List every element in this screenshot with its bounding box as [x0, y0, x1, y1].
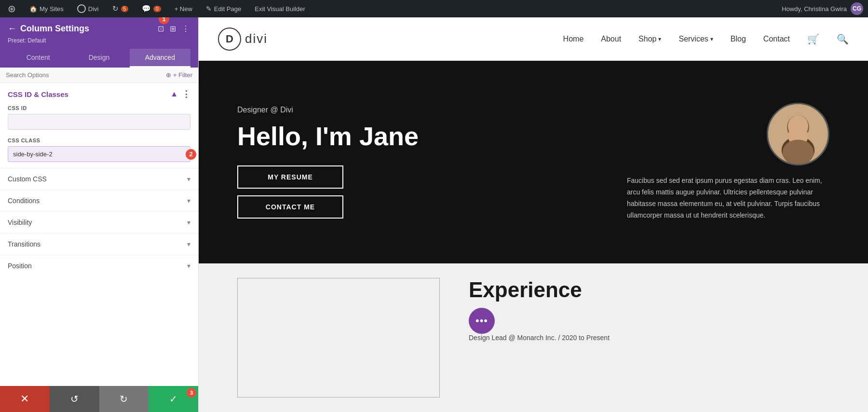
hero-left: Designer @ Divi Hello, I'm Jane MY RESUM…	[237, 106, 598, 218]
tab-content[interactable]: Content	[8, 49, 68, 68]
reset-button[interactable]: ↺	[50, 386, 99, 412]
my-sites-button[interactable]: 🏠 My Sites	[27, 0, 67, 17]
updates-badge: 5	[121, 6, 129, 12]
updates-button[interactable]: ↻ 5	[109, 0, 132, 17]
css-id-input[interactable]	[8, 114, 190, 130]
visibility-section: Visibility ▾	[0, 211, 198, 233]
position-section: Position ▾	[0, 255, 198, 276]
logo-d: D	[226, 33, 233, 45]
hero-buttons: MY RESUME CONTACT ME	[237, 165, 343, 219]
minimize-icon[interactable]: ⊡	[157, 23, 165, 34]
filter-button[interactable]: ⊕ + Filter	[166, 71, 192, 79]
admin-user-info: Howdy, Christina Gwira CG	[782, 2, 863, 15]
save-button[interactable]: ✓ 3	[149, 386, 198, 412]
site-logo: D divi	[218, 27, 268, 51]
redo-button[interactable]: ↻	[99, 386, 149, 412]
experience-title: Experience	[469, 278, 829, 302]
badge-3: 3	[187, 388, 196, 398]
section-menu-icon[interactable]: ⋮	[182, 89, 190, 99]
website-preview: D divi Home About Shop Services Blog Con…	[199, 17, 868, 412]
logo-circle: D	[218, 27, 241, 51]
edit-page-button[interactable]: ✎ Edit Page	[203, 0, 244, 17]
resume-button[interactable]: MY RESUME	[237, 165, 343, 189]
transitions-section: Transitions ▾	[0, 233, 198, 255]
css-id-classes-section-header: CSS ID & Classes ▲ ⋮	[0, 83, 198, 103]
preset-label: Preset: Default	[8, 37, 190, 44]
reset-icon: ↺	[70, 393, 79, 405]
house-icon: 🏠	[29, 5, 37, 13]
transitions-header[interactable]: Transitions ▾	[8, 233, 190, 255]
user-avatar[interactable]: CG	[851, 2, 863, 15]
position-title: Position	[8, 262, 32, 270]
custom-css-header[interactable]: Custom CSS ▾	[8, 168, 190, 190]
section-collapse-icon[interactable]: ▲	[170, 90, 178, 98]
custom-css-title: Custom CSS	[8, 175, 47, 183]
menu-about[interactable]: About	[601, 35, 621, 43]
css-class-label: CSS Class	[8, 137, 190, 143]
transitions-title: Transitions	[8, 240, 41, 248]
edit-icon: ✎	[206, 5, 212, 13]
menu-contact[interactable]: Contact	[763, 35, 790, 43]
conditions-section: Conditions ▾	[0, 190, 198, 211]
css-id-classes-title: CSS ID & Classes	[8, 90, 68, 98]
badge-2: 2	[186, 149, 196, 160]
new-button[interactable]: + New	[172, 0, 195, 17]
menu-shop[interactable]: Shop	[638, 35, 661, 43]
search-filter-bar: ⊕ + Filter	[0, 68, 198, 83]
panel-header: 1 ← Column Settings ⊡ ⊞ ⋮ Preset: Defaul…	[0, 17, 198, 68]
search-input[interactable]	[6, 71, 162, 79]
menu-blog[interactable]: Blog	[731, 35, 746, 43]
cart-icon[interactable]: 🛒	[807, 33, 819, 45]
comments-badge: 0	[153, 6, 161, 12]
transitions-chevron-icon: ▾	[187, 240, 190, 248]
more-options-icon[interactable]: ⋮	[181, 23, 190, 34]
comments-button[interactable]: 💬 0	[139, 0, 164, 17]
custom-css-chevron-icon: ▾	[187, 175, 190, 183]
experience-subtitle: Design Lead @ Monarch Inc. / 2020 to Pre…	[469, 334, 829, 342]
filter-icon: ⊕	[166, 71, 171, 79]
divi-button[interactable]: Divi	[74, 0, 102, 17]
hero-right: Faucibus sed sed erat ipsum purus egesta…	[598, 103, 829, 221]
wp-logo-button[interactable]: ⊛	[5, 0, 19, 17]
hero-subtitle: Designer @ Divi	[237, 106, 598, 114]
conditions-chevron-icon: ▾	[187, 197, 190, 205]
visibility-chevron-icon: ▾	[187, 219, 190, 226]
hero-section: Designer @ Divi Hello, I'm Jane MY RESUM…	[199, 61, 868, 263]
conditions-header[interactable]: Conditions ▾	[8, 190, 190, 211]
wp-icon: ⊛	[8, 3, 16, 14]
panel-title: Column Settings	[20, 24, 89, 34]
visibility-header[interactable]: Visibility ▾	[8, 212, 190, 233]
back-button[interactable]: ←	[8, 24, 16, 34]
tab-design[interactable]: Design	[68, 49, 129, 68]
main-area: 1 ← Column Settings ⊡ ⊞ ⋮ Preset: Defaul…	[0, 17, 868, 412]
menu-home[interactable]: Home	[563, 35, 584, 43]
contact-me-button[interactable]: CONTACT ME	[237, 195, 343, 219]
redo-icon: ↻	[120, 393, 128, 405]
divi-fab-icon: •••	[475, 315, 488, 327]
position-header[interactable]: Position ▾	[8, 255, 190, 276]
tab-advanced[interactable]: Advanced	[130, 49, 190, 68]
hero-title: Hello, I'm Jane	[237, 122, 598, 151]
left-panel: 1 ← Column Settings ⊡ ⊞ ⋮ Preset: Defaul…	[0, 17, 199, 412]
css-class-input[interactable]	[8, 146, 190, 162]
avatar	[767, 103, 829, 165]
experience-section: Experience ••• Design Lead @ Monarch Inc…	[199, 263, 868, 412]
cancel-icon: ✕	[20, 393, 29, 405]
divi-fab-button[interactable]: •••	[469, 308, 495, 334]
panel-content: CSS ID & Classes ▲ ⋮ CSS ID CSS Class 2	[0, 83, 198, 386]
conditions-title: Conditions	[8, 197, 40, 205]
experience-right: Experience ••• Design Lead @ Monarch Inc…	[469, 278, 829, 398]
expand-icon[interactable]: ⊞	[169, 23, 177, 34]
exit-builder-button[interactable]: Exit Visual Builder	[252, 0, 308, 17]
css-class-field-group: CSS Class 2	[0, 136, 198, 168]
cancel-button[interactable]: ✕	[0, 386, 50, 412]
visibility-title: Visibility	[8, 219, 32, 226]
search-icon[interactable]: 🔍	[837, 33, 849, 45]
updates-icon: ↻	[112, 4, 119, 13]
logo-text: divi	[245, 31, 268, 46]
menu-services[interactable]: Services	[678, 35, 713, 43]
comments-icon: 💬	[142, 4, 151, 13]
divi-icon	[77, 4, 86, 13]
site-navigation: D divi Home About Shop Services Blog Con…	[199, 17, 868, 61]
position-chevron-icon: ▾	[187, 262, 190, 270]
